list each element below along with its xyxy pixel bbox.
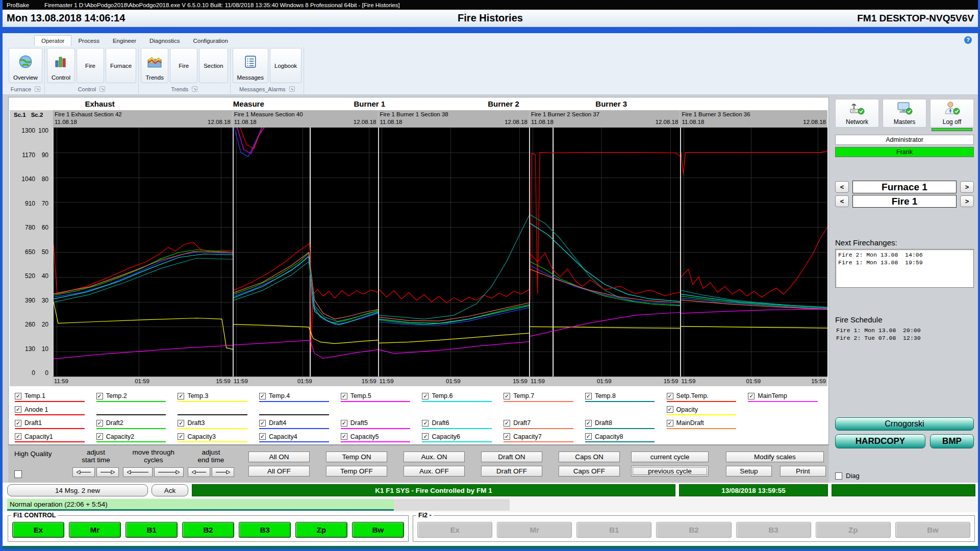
toggle-on-button[interactable]: Temp ON — [326, 452, 387, 462]
fi1-stage-button[interactable]: B1 — [125, 522, 178, 538]
fire-button[interactable]: Fire — [77, 48, 104, 83]
legend-item[interactable] — [585, 403, 663, 417]
furnace-button[interactable]: Furnace — [106, 48, 136, 83]
hardcopy-button[interactable]: HARDCOPY — [835, 434, 925, 448]
trends-button[interactable]: Trends — [141, 48, 168, 83]
legend-checkbox[interactable] — [504, 420, 510, 427]
legend-item[interactable]: Draft5 — [341, 416, 418, 430]
legend-checkbox[interactable] — [178, 433, 184, 440]
toggle-on-button[interactable]: Aux. ON — [404, 452, 465, 462]
trend-canvas[interactable] — [54, 128, 233, 377]
setup-button[interactable]: Setup — [726, 466, 772, 477]
legend-item[interactable]: Temp.2 — [96, 389, 174, 403]
dialog-launcher-icon[interactable] — [192, 86, 197, 92]
legend-checkbox[interactable] — [15, 406, 21, 413]
legend-checkbox[interactable] — [422, 420, 429, 427]
legend-item[interactable]: Temp.8 — [585, 389, 663, 403]
trend-canvas[interactable] — [379, 128, 529, 377]
logoff-button[interactable]: Log off — [930, 99, 974, 128]
furnace-next-button[interactable]: > — [960, 181, 974, 193]
legend-checkbox[interactable] — [585, 420, 592, 427]
legend-checkbox[interactable] — [15, 433, 21, 440]
overview-button[interactable]: Overview — [9, 48, 42, 83]
legend-item[interactable] — [422, 403, 499, 417]
legend-item[interactable]: Capacity3 — [178, 430, 255, 444]
current-cycle-button[interactable]: current cycle — [631, 452, 709, 462]
legend-item[interactable] — [96, 403, 174, 417]
legend-item[interactable]: Setp.Temp. — [667, 389, 744, 403]
legend-checkbox[interactable] — [178, 393, 184, 399]
control-button[interactable]: Control — [47, 48, 75, 83]
tab-process[interactable]: Process — [71, 36, 106, 46]
fi1-stage-button[interactable]: Ex — [12, 522, 64, 538]
tab-engineer[interactable]: Engineer — [106, 36, 143, 46]
legend-checkbox[interactable] — [259, 433, 266, 440]
trend-canvas[interactable] — [234, 128, 378, 377]
legend-item[interactable] — [748, 416, 825, 430]
legend-item[interactable] — [667, 430, 744, 444]
legend-checkbox[interactable] — [667, 393, 673, 399]
toggle-on-button[interactable]: Draft ON — [481, 452, 542, 462]
dialog-launcher-icon[interactable] — [289, 86, 295, 92]
end-time-back-button[interactable] — [188, 467, 210, 477]
end-time-forward-button[interactable] — [212, 467, 234, 477]
legend-item[interactable]: Draft8 — [585, 416, 663, 430]
start-time-forward-button[interactable] — [96, 467, 119, 477]
legend-item[interactable] — [748, 430, 825, 444]
bmp-button[interactable]: BMP — [930, 434, 974, 448]
trends-section-button[interactable]: Section — [199, 48, 228, 83]
legend-item[interactable]: Temp.7 — [504, 389, 581, 403]
legend-item[interactable]: Draft4 — [259, 416, 337, 430]
masters-button[interactable]: Masters — [883, 99, 926, 128]
furnace-prev-button[interactable]: < — [835, 181, 849, 193]
dialog-launcher-icon[interactable] — [35, 86, 40, 92]
legend-checkbox[interactable] — [504, 393, 510, 399]
network-button[interactable]: Network — [835, 99, 879, 128]
legend-item[interactable]: MainTemp — [748, 389, 825, 403]
toggle-off-button[interactable]: Aux. OFF — [404, 466, 465, 477]
legend-item[interactable]: Draft3 — [178, 416, 255, 430]
legend-item[interactable] — [178, 403, 255, 417]
cycles-back-button[interactable] — [123, 467, 153, 477]
messages-status-button[interactable]: 14 Msg. 2 new — [7, 484, 148, 496]
previous-cycle-button[interactable]: previous cycle — [631, 466, 709, 477]
trends-fire-button[interactable]: Fire — [170, 48, 197, 83]
legend-item[interactable]: Capacity7 — [504, 430, 581, 444]
legend-checkbox[interactable] — [15, 393, 21, 399]
legend-item[interactable]: MainDraft — [667, 416, 744, 430]
start-time-back-button[interactable] — [72, 467, 95, 477]
legend-checkbox[interactable] — [259, 393, 266, 399]
toggle-off-button[interactable]: Draft OFF — [481, 466, 542, 477]
legend-item[interactable]: Temp.4 — [259, 389, 337, 403]
legend-item[interactable]: Temp.5 — [341, 389, 418, 403]
legend-checkbox[interactable] — [504, 433, 510, 440]
toggle-off-button[interactable]: Caps OFF — [559, 466, 620, 477]
toggle-off-button[interactable]: All OFF — [248, 466, 310, 477]
legend-item[interactable]: Temp.6 — [422, 389, 499, 403]
legend-item[interactable]: Capacity2 — [96, 430, 174, 444]
help-icon[interactable]: ? — [964, 36, 972, 44]
fi1-stage-button[interactable]: Bw — [352, 522, 404, 538]
legend-checkbox[interactable] — [96, 393, 103, 399]
legend-item[interactable]: Temp.1 — [15, 389, 92, 403]
legend-item[interactable]: Anode 1 — [15, 403, 92, 417]
legend-item[interactable] — [259, 403, 337, 417]
legend-item[interactable]: Draft2 — [96, 416, 174, 430]
cycles-forward-button[interactable] — [154, 467, 184, 477]
high-quality-checkbox[interactable] — [14, 470, 22, 478]
legend-checkbox[interactable] — [667, 420, 673, 427]
dialog-launcher-icon[interactable] — [99, 86, 105, 92]
legend-checkbox[interactable] — [585, 393, 592, 399]
legend-checkbox[interactable] — [178, 420, 184, 427]
legend-item[interactable]: Capacity6 — [422, 430, 499, 444]
legend-item[interactable]: Draft7 — [504, 416, 581, 430]
trend-canvas[interactable] — [530, 128, 680, 377]
tab-configuration[interactable]: Configuration — [186, 36, 234, 46]
legend-item[interactable]: Opacity — [667, 403, 744, 417]
legend-item[interactable]: Capacity1 — [15, 430, 92, 444]
print-button[interactable]: Print — [780, 466, 826, 477]
ack-button[interactable]: Ack — [152, 484, 188, 496]
tab-diagnostics[interactable]: Diagnostics — [143, 36, 186, 46]
legend-checkbox[interactable] — [585, 433, 592, 440]
messages-button[interactable]: Messages — [233, 48, 268, 83]
